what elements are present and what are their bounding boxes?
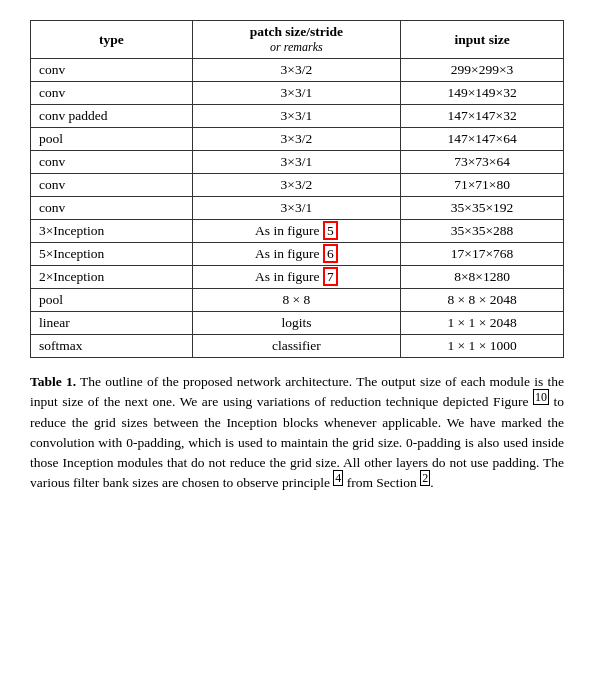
cell-patch: 3×3/2 [192, 128, 400, 151]
cell-input: 147×147×64 [401, 128, 564, 151]
cell-type: conv [31, 59, 193, 82]
cell-patch: 8 × 8 [192, 289, 400, 312]
cell-type: conv [31, 82, 193, 105]
cell-patch: As in figure 6 [192, 243, 400, 266]
cell-patch: As in figure 7 [192, 266, 400, 289]
table-caption: Table 1. The outline of the proposed net… [30, 372, 564, 494]
cell-type: conv [31, 151, 193, 174]
cell-type: 5×Inception [31, 243, 193, 266]
ref-10: 10 [533, 389, 549, 405]
fig7-ref: 7 [323, 267, 338, 286]
cell-patch: 3×3/2 [192, 59, 400, 82]
table-row: 3×InceptionAs in figure 535×35×288 [31, 220, 564, 243]
table-row: pool8 × 88 × 8 × 2048 [31, 289, 564, 312]
cell-type: 3×Inception [31, 220, 193, 243]
cell-input: 17×17×768 [401, 243, 564, 266]
col-header-patch: patch size/stride or remarks [192, 21, 400, 59]
table-row: conv3×3/135×35×192 [31, 197, 564, 220]
cell-type: conv [31, 174, 193, 197]
caption-text1: The outline of the proposed network arch… [30, 374, 564, 409]
cell-input: 71×71×80 [401, 174, 564, 197]
cell-patch: 3×3/2 [192, 174, 400, 197]
cell-type: pool [31, 289, 193, 312]
table-row: 5×InceptionAs in figure 617×17×768 [31, 243, 564, 266]
architecture-table: type patch size/stride or remarks input … [30, 20, 564, 358]
cell-type: 2×Inception [31, 266, 193, 289]
cell-input: 1 × 1 × 1000 [401, 335, 564, 358]
caption-title: Table 1. [30, 374, 76, 389]
cell-input: 35×35×192 [401, 197, 564, 220]
table-row: conv3×3/271×71×80 [31, 174, 564, 197]
cell-input: 73×73×64 [401, 151, 564, 174]
cell-patch: classifier [192, 335, 400, 358]
caption-text3: from Section [343, 475, 420, 490]
cell-input: 8 × 8 × 2048 [401, 289, 564, 312]
table-row: pool3×3/2147×147×64 [31, 128, 564, 151]
caption-text4: . [430, 475, 433, 490]
ref-4: 4 [333, 470, 343, 486]
cell-type: pool [31, 128, 193, 151]
cell-patch: 3×3/1 [192, 151, 400, 174]
cell-patch: 3×3/1 [192, 82, 400, 105]
table-container: type patch size/stride or remarks input … [30, 20, 564, 358]
table-row: softmaxclassifier1 × 1 × 1000 [31, 335, 564, 358]
cell-patch: logits [192, 312, 400, 335]
table-row: linearlogits1 × 1 × 2048 [31, 312, 564, 335]
table-row: conv3×3/173×73×64 [31, 151, 564, 174]
patch-header-title: patch size/stride [201, 24, 392, 40]
table-row: conv3×3/2299×299×3 [31, 59, 564, 82]
cell-input: 1 × 1 × 2048 [401, 312, 564, 335]
col-header-input: input size [401, 21, 564, 59]
cell-patch: 3×3/1 [192, 105, 400, 128]
table-row: 2×InceptionAs in figure 78×8×1280 [31, 266, 564, 289]
table-row: conv padded3×3/1147×147×32 [31, 105, 564, 128]
fig6-ref: 6 [323, 244, 338, 263]
cell-patch: 3×3/1 [192, 197, 400, 220]
cell-input: 149×149×32 [401, 82, 564, 105]
patch-header-sub: or remarks [201, 40, 392, 55]
cell-input: 147×147×32 [401, 105, 564, 128]
cell-type: softmax [31, 335, 193, 358]
cell-input: 8×8×1280 [401, 266, 564, 289]
table-row: conv3×3/1149×149×32 [31, 82, 564, 105]
col-header-type: type [31, 21, 193, 59]
cell-input: 35×35×288 [401, 220, 564, 243]
cell-type: conv [31, 197, 193, 220]
fig5-ref: 5 [323, 221, 338, 240]
cell-patch: As in figure 5 [192, 220, 400, 243]
ref-2: 2 [420, 470, 430, 486]
cell-type: conv padded [31, 105, 193, 128]
cell-type: linear [31, 312, 193, 335]
cell-input: 299×299×3 [401, 59, 564, 82]
